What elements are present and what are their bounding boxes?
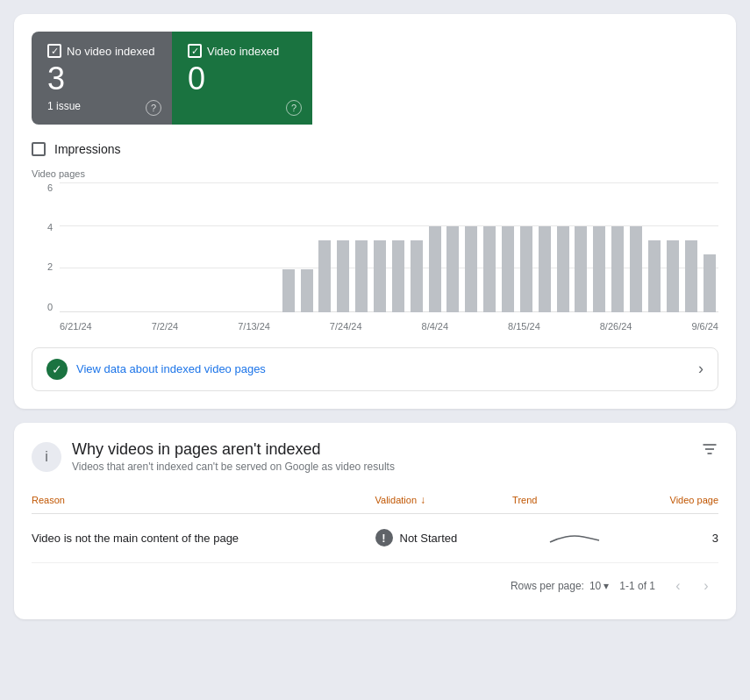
bar-group-10: [243, 182, 261, 312]
bar-group-8: [206, 182, 225, 312]
bar-group-14: [316, 182, 334, 312]
bar-14: [318, 240, 331, 311]
bar-group-7: [188, 182, 206, 312]
next-page-button[interactable]: ›: [694, 574, 718, 598]
bar-group-28: [572, 182, 590, 312]
bottom-card-title: Why videos in pages aren't indexed: [72, 440, 395, 459]
bottom-card-title-area: Why videos in pages aren't indexed Video…: [72, 440, 395, 473]
main-card: ✓ No video indexed 3 1 issue ? ✓ Video i…: [14, 14, 736, 409]
bar-18: [392, 240, 404, 311]
bar-34: [685, 240, 697, 311]
sort-arrow-icon: ↓: [420, 494, 425, 506]
bar-22: [465, 226, 477, 312]
rows-per-page: Rows per page: 10 ▾: [511, 580, 609, 592]
prev-page-button[interactable]: ‹: [666, 574, 690, 598]
bar-group-35: [700, 182, 718, 312]
video-indexed-count: 0: [188, 61, 296, 96]
bar-group-29: [590, 182, 609, 312]
bar-group-26: [535, 182, 554, 312]
rows-dropdown-icon: ▾: [604, 580, 609, 592]
not-started-label: Not Started: [400, 532, 458, 545]
bar-group-16: [353, 182, 371, 312]
info-icon: i: [32, 442, 61, 472]
bar-group-23: [481, 182, 499, 312]
x-label-5: 8/15/24: [508, 321, 540, 332]
not-started-icon: !: [375, 529, 393, 546]
view-data-left: ✓ View data about indexed video pages: [46, 359, 266, 380]
bar-group-13: [297, 182, 316, 312]
bottom-card-subtitle: Videos that aren't indexed can't be serv…: [72, 461, 395, 473]
bar-24: [502, 226, 514, 312]
th-reason: Reason: [32, 487, 375, 514]
bar-group-15: [334, 182, 353, 312]
x-label-0: 6/21/24: [60, 321, 92, 332]
x-label-6: 8/26/24: [600, 321, 632, 332]
bar-27: [557, 226, 569, 312]
no-video-help-icon[interactable]: ?: [146, 100, 161, 116]
x-label-4: 8/4/24: [422, 321, 449, 332]
rows-per-page-value: 10: [589, 580, 601, 592]
bar-group-0: [60, 182, 78, 312]
bar-20: [429, 226, 441, 312]
view-data-link[interactable]: ✓ View data about indexed video pages ›: [32, 347, 718, 391]
no-video-tile[interactable]: ✓ No video indexed 3 1 issue ?: [32, 32, 172, 125]
video-indexed-tile[interactable]: ✓ Video indexed 0 ?: [172, 32, 312, 125]
bar-26: [539, 226, 551, 312]
bar-group-18: [389, 182, 407, 312]
no-video-issue: 1 issue: [47, 100, 156, 112]
bar-13: [301, 269, 313, 312]
bar-group-27: [554, 182, 572, 312]
impressions-checkbox[interactable]: [32, 142, 46, 156]
table-row: Video is not the main content of the pag…: [32, 513, 718, 562]
bars-container: [60, 182, 718, 312]
y-tick-2: 2: [32, 261, 58, 272]
video-indexed-help-icon[interactable]: ?: [286, 100, 302, 116]
bar-group-19: [407, 182, 425, 312]
bar-group-20: [425, 182, 444, 312]
pagination: Rows per page: 10 ▾ 1-1 of 1 ‹ ›: [32, 563, 718, 602]
bar-group-1: [78, 182, 96, 312]
rows-per-page-label: Rows per page:: [511, 580, 584, 592]
bar-group-6: [169, 182, 188, 312]
impressions-label: Impressions: [54, 142, 120, 156]
bar-group-30: [609, 182, 627, 312]
bar-25: [520, 226, 532, 312]
bar-group-21: [444, 182, 462, 312]
bottom-card-header: i Why videos in pages aren't indexed Vid…: [32, 440, 718, 473]
trend-cell: [512, 513, 636, 562]
bar-group-11: [261, 182, 279, 312]
bar-15: [337, 240, 349, 311]
y-tick-4: 4: [32, 222, 58, 232]
th-validation[interactable]: Validation ↓: [375, 487, 513, 514]
view-data-text: View data about indexed video pages: [76, 362, 266, 375]
bar-33: [667, 240, 679, 311]
rows-per-page-select[interactable]: 10 ▾: [589, 580, 609, 592]
bar-group-17: [371, 182, 389, 312]
page-info: 1-1 of 1: [619, 580, 655, 592]
bar-23: [483, 226, 496, 312]
bar-35: [704, 254, 716, 311]
bar-30: [611, 226, 624, 312]
impressions-header: Impressions: [32, 142, 718, 156]
chevron-right-icon: ›: [698, 360, 704, 378]
bar-group-25: [517, 182, 535, 312]
bar-group-33: [663, 182, 682, 312]
bar-17: [374, 240, 386, 311]
no-video-count: 3: [47, 61, 156, 96]
x-label-3: 7/24/24: [330, 321, 362, 332]
reason-cell: Video is not the main content of the pag…: [32, 513, 375, 562]
reason-text: Video is not the main content of the pag…: [32, 532, 239, 545]
bar-21: [446, 226, 459, 312]
no-video-checkbox: ✓: [47, 44, 61, 58]
bar-group-5: [151, 182, 169, 312]
bar-16: [355, 240, 368, 311]
x-label-1: 7/2/24: [152, 321, 179, 332]
x-label-2: 7/13/24: [238, 321, 270, 332]
validation-cell: ! Not Started: [375, 513, 513, 562]
bar-group-12: [279, 182, 297, 312]
bar-19: [411, 240, 423, 311]
status-bar: ✓ No video indexed 3 1 issue ? ✓ Video i…: [32, 32, 718, 125]
trend-line-svg: [548, 526, 601, 547]
table-header-row: Reason Validation ↓ Trend Video page: [32, 487, 718, 514]
filter-icon[interactable]: [701, 440, 718, 462]
